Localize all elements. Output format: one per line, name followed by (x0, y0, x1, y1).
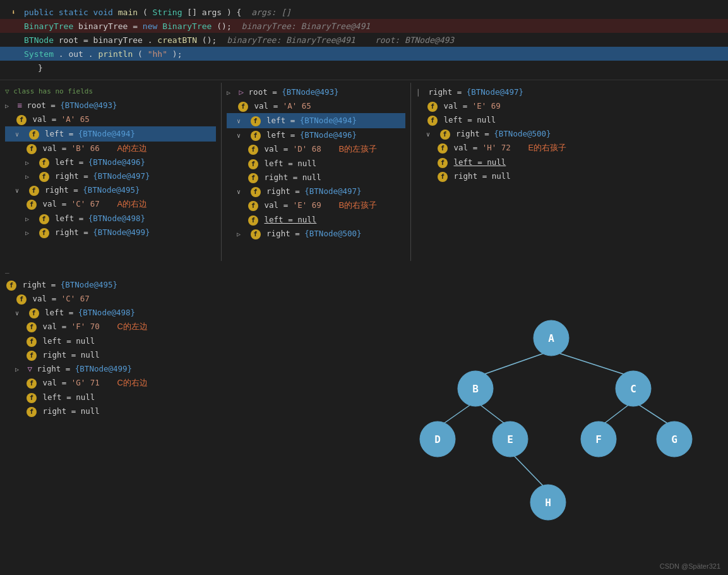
debug-right-header: │ right = {BTNode@497} (416, 85, 570, 99)
debug-mid-right-null: f right = null (227, 171, 405, 185)
debug-bot-left-498: ∨ f left = {BTNode@498} (5, 306, 197, 320)
debug-bot-val-c: f val = 'C' 67 (5, 292, 197, 306)
string-hh: "hh" (148, 49, 167, 59)
annotation-b-left: B的左孩子 (338, 144, 377, 154)
debug-panel-left: ▽ class has no fields ▷ ≡ root = {BTNode… (0, 83, 221, 261)
var-binarytree: binaryTree (78, 21, 133, 31)
code-punct: ( (143, 8, 148, 17)
debug-panel-middle: ▷ ▷ root = {BTNode@493} f val = 'A' 65 ∨… (221, 83, 410, 261)
annotation-e-right: E的右孩子 (528, 143, 566, 152)
type-binarytree: BinaryTree (24, 21, 78, 31)
code-eq2: = (83, 35, 93, 45)
keyword-void: void (93, 8, 118, 17)
hint-root: binaryTree: BinaryTree@491 root: BTNode@… (227, 35, 454, 45)
watermark: CSDN @Später321 (660, 562, 720, 570)
debug-root-item: ▷ ≡ root = {BTNode@493} (5, 99, 216, 112)
debug-bot-val-f: f val = 'F' 70 C的左边 (5, 320, 197, 334)
var-binarytree2: binaryTree (93, 35, 143, 45)
method-main: main (118, 8, 138, 17)
type-string: String (153, 8, 182, 17)
arrow-down-icon: ⬇ (11, 8, 16, 16)
hint-binarytree: binaryTree: BinaryTree@491 (242, 21, 371, 31)
debug-right-val-h: f val = 'H' 72 E的右孩子 (416, 141, 570, 155)
system-out: System (24, 49, 54, 59)
debug-val-c: f val = 'C' 67 A的右边 (5, 197, 216, 212)
node-h-label: H (545, 497, 551, 509)
debug-bot-right-495: f right = {BTNode@495} (5, 278, 197, 292)
code-dot2: . (59, 49, 64, 59)
edge-a-c (551, 351, 633, 377)
node-a-label: A (548, 332, 554, 344)
code-paren: (); (217, 21, 231, 31)
annotation-c-right: C的右边 (117, 378, 147, 387)
debug-left-496-left: ▷ f left = {BTNode@496} (5, 155, 216, 169)
debug-bot-right-499: ▷ ▽ right = {BTNode@499} (5, 362, 197, 376)
edge-a-b (475, 351, 551, 377)
debug-class-header: ▽ class has no fields (5, 85, 216, 99)
debug-panel-bottom-left: — f right = {BTNode@495} f val = 'C' 67 … (0, 266, 202, 421)
param-args: args (202, 8, 222, 17)
code-dot3: . (88, 49, 93, 59)
debug-right-500: ∨ f right = {BTNode@500} (416, 127, 570, 141)
code-section: ⬇ public static void main ( String [] ar… (0, 0, 728, 80)
debug-mid-root: ▷ ▷ root = {BTNode@493} (227, 85, 405, 99)
debug-mid-left-null: f left = null (227, 157, 405, 171)
debug-mid-right-497: ∨ f right = {BTNode@497} (227, 185, 405, 198)
keyword-public: public (24, 8, 59, 17)
node-g-label: G (671, 433, 677, 445)
debug-right-val-e: f val = 'E' 69 (416, 99, 570, 113)
field-out: out (68, 49, 83, 59)
tree-visualization: A B C D E F G H (343, 310, 722, 524)
type-btnode: BTNode (24, 35, 59, 45)
debug-left-498: ▷ f left = {BTNode@498} (5, 212, 216, 226)
hint-args: args: [] (251, 8, 291, 17)
keyword-static: static (59, 8, 93, 17)
debug-bot-g-left-null: f left = null (5, 390, 197, 404)
debug-right-497-left: ▷ f right = {BTNode@497} (5, 169, 216, 183)
debug-mid-left-496: ∨ f left = {BTNode@496} (227, 128, 405, 142)
debug-mid-left-494: ∨ f left = {BTNode@494} (227, 113, 405, 128)
node-c-label: C (630, 383, 636, 395)
code-line-5: } (0, 61, 728, 75)
debug-right-right-null: f right = null (416, 169, 570, 183)
debug-bot-val-g: f val = 'G' 71 C的右边 (5, 376, 197, 390)
annotation-b-right: B的右孩子 (338, 200, 377, 210)
debug-separator: — (5, 269, 197, 278)
debug-mid-val-a: f val = 'A' 65 (227, 99, 405, 113)
method-creatbtn: creatBTN (157, 35, 197, 45)
code-paren3: ( (138, 49, 143, 59)
annotation-a-right: A的右边 (117, 199, 147, 209)
debug-bot-f-right-null: f right = null (5, 348, 197, 362)
debug-right-left-null2: f left = null (416, 155, 570, 169)
debug-right-left-null: f left = null (416, 113, 570, 127)
debug-val-b: f val = 'B' 66 A的左边 (5, 142, 216, 156)
code-line-1: ⬇ public static void main ( String [] ar… (0, 5, 728, 19)
debug-val-a: f val = 'A' 65 (5, 112, 216, 126)
annotation-a-left: A的左边 (117, 143, 147, 153)
debug-bot-g-right-null: f right = null (5, 404, 197, 418)
type-binarytree2: BinaryTree (162, 21, 212, 31)
code-punct: ) { (227, 8, 241, 17)
code-line-2: BinaryTree binaryTree = new BinaryTree (… (0, 19, 728, 33)
annotation-c-left: C的左边 (117, 322, 147, 331)
debug-panel-right: │ right = {BTNode@497} f val = 'E' 69 f … (410, 83, 575, 261)
var-root: root (59, 35, 83, 45)
debug-left-494: ∨ f left = {BTNode@494} (5, 126, 216, 142)
keyword-new: new (143, 21, 162, 31)
code-dot: . (148, 35, 153, 45)
debug-mid-right-500: ▷ f right = {BTNode@500} (227, 227, 405, 241)
debug-mid-left-null2: f left = null (227, 213, 405, 227)
method-println: println (98, 49, 133, 59)
edge-e-h (510, 452, 548, 491)
code-paren2: (); (202, 35, 217, 45)
code-eq: = (133, 21, 143, 31)
debug-right-499: ▷ f right = {BTNode@499} (5, 226, 216, 239)
debug-right-495: ∨ f right = {BTNode@495} (5, 183, 216, 197)
code-punct: [] (187, 8, 201, 17)
code-line-4: System . out . println ( "hh" ); (0, 47, 728, 61)
debug-mid-val-e: f val = 'E' 69 B的右孩子 (227, 198, 405, 213)
code-line-3: BTNode root = binaryTree . creatBTN (); … (0, 33, 728, 47)
node-f-label: F (595, 433, 602, 445)
closing-brace: } (38, 63, 43, 73)
node-b-label: B (472, 383, 479, 395)
